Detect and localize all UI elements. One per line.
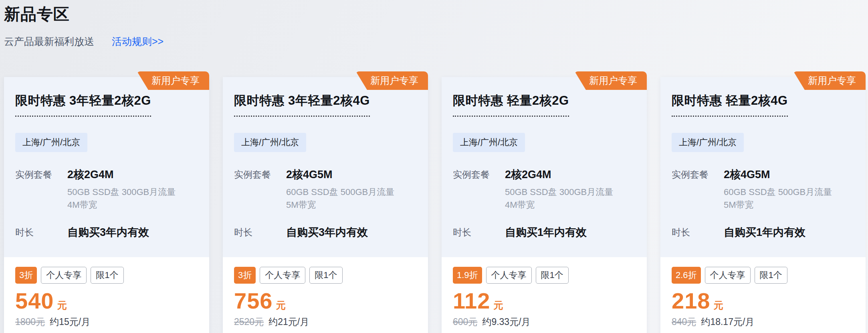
limit-one-tag: 限1个 (755, 267, 787, 284)
new-user-badge: 新用户专享 (356, 71, 428, 90)
product-card[interactable]: 新用户专享 限时特惠 轻量2核2G 上海/广州/北京 实例套餐 2核2G4M 5… (442, 77, 647, 333)
region-tag: 上海/广州/北京 (453, 133, 525, 152)
plan-value: 2核2G4M (67, 167, 176, 182)
plan-row: 实例套餐 2核2G4M 50GB SSD盘 300GB月流量 4M带宽 (15, 167, 198, 211)
region-tag: 上海/广州/北京 (672, 133, 744, 152)
card-title: 限时特惠 轻量2核2G (453, 92, 569, 117)
plan-detail: 2核4G5M 60GB SSD盘 500GB月流量 5M带宽 (286, 167, 394, 211)
per-month-price: 约9.33元/月 (482, 316, 530, 328)
card-title: 限时特惠 3年轻量2核2G (15, 92, 151, 117)
price-row: 112 元 (453, 288, 636, 313)
card-title: 限时特惠 轻量2核4G (672, 92, 788, 117)
price-row: 756 元 (234, 288, 417, 313)
duration-value: 自购买3年内有效 (67, 225, 149, 240)
plan-label: 实例套餐 (672, 167, 724, 211)
product-card[interactable]: 新用户专享 限时特惠 3年轻量2核4G 上海/广州/北京 实例套餐 2核4G5M… (223, 77, 428, 333)
limit-one-tag: 限1个 (536, 267, 569, 284)
duration-row: 时长 自购买1年内有效 (453, 225, 636, 240)
plan-value: 2核2G4M (505, 167, 613, 182)
original-price: 2520元 (234, 316, 264, 328)
card-pricing-section: 3折 个人专享 限1个 540 元 1800元 约15元/月 (4, 257, 209, 333)
price-value: 112 (453, 288, 490, 313)
duration-value: 自购买3年内有效 (286, 225, 368, 240)
plan-row: 实例套餐 2核2G4M 50GB SSD盘 300GB月流量 4M带宽 (453, 167, 636, 211)
plan-value: 2核4G5M (286, 167, 394, 182)
card-grid: 新用户专享 限时特惠 3年轻量2核2G 上海/广州/北京 实例套餐 2核2G4M… (4, 77, 866, 333)
plan-description: 60GB SSD盘 500GB月流量 5M带宽 (286, 186, 394, 211)
price-unit: 元 (493, 299, 503, 312)
product-card[interactable]: 新用户专享 限时特惠 轻量2核4G 上海/广州/北京 实例套餐 2核4G5M 6… (660, 77, 866, 333)
old-price-row: 1800元 约15元/月 (15, 316, 198, 328)
plan-description: 60GB SSD盘 500GB月流量 5M带宽 (724, 186, 832, 211)
per-month-price: 约18.17元/月 (701, 316, 754, 328)
duration-row: 时长 自购买1年内有效 (672, 225, 854, 240)
region-tag: 上海/广州/北京 (234, 133, 306, 152)
duration-value: 自购买1年内有效 (505, 225, 587, 240)
card-info-section: 限时特惠 3年轻量2核2G 上海/广州/北京 实例套餐 2核2G4M 50GB … (4, 77, 209, 257)
personal-only-tag: 个人专享 (260, 267, 305, 284)
personal-only-tag: 个人专享 (486, 267, 532, 284)
limit-one-tag: 限1个 (91, 267, 123, 284)
discount-badge: 3折 (234, 267, 256, 284)
duration-label: 时长 (672, 225, 724, 240)
card-pricing-section: 1.9折 个人专享 限1个 112 元 600元 约9.33元/月 (442, 257, 647, 333)
badge-row: 1.9折 个人专享 限1个 (453, 267, 636, 284)
plan-desc-line2: 5M带宽 (286, 199, 394, 211)
old-price-row: 840元 约18.17元/月 (672, 316, 854, 328)
original-price: 600元 (453, 316, 477, 328)
subtitle: 云产品最新福利放送 (4, 35, 94, 48)
price-unit: 元 (57, 299, 67, 312)
limit-one-tag: 限1个 (309, 267, 342, 284)
region-tag: 上海/广州/北京 (15, 133, 87, 152)
plan-desc-line1: 50GB SSD盘 300GB月流量 (67, 186, 176, 199)
original-price: 840元 (672, 316, 696, 328)
per-month-price: 约15元/月 (50, 316, 90, 328)
discount-badge: 2.6折 (672, 267, 701, 284)
price-unit: 元 (713, 299, 723, 312)
plan-desc-line1: 60GB SSD盘 500GB月流量 (286, 186, 394, 199)
plan-desc-line1: 50GB SSD盘 300GB月流量 (505, 186, 613, 199)
discount-badge: 3折 (15, 267, 37, 284)
price-row: 540 元 (15, 288, 198, 313)
new-user-badge: 新用户专享 (793, 71, 866, 90)
price-unit: 元 (276, 299, 285, 312)
plan-desc-line2: 5M带宽 (724, 199, 832, 211)
price-value: 540 (15, 288, 54, 313)
duration-label: 时长 (453, 225, 505, 240)
page-title: 新品专区 (4, 3, 868, 25)
badge-row: 3折 个人专享 限1个 (234, 267, 417, 284)
original-price: 1800元 (15, 316, 45, 328)
plan-desc-line2: 4M带宽 (67, 199, 176, 211)
personal-only-tag: 个人专享 (41, 267, 87, 284)
plan-row: 实例套餐 2核4G5M 60GB SSD盘 500GB月流量 5M带宽 (672, 167, 854, 211)
duration-label: 时长 (15, 225, 67, 240)
personal-only-tag: 个人专享 (705, 267, 751, 284)
card-info-section: 限时特惠 轻量2核4G 上海/广州/北京 实例套餐 2核4G5M 60GB SS… (660, 77, 866, 257)
plan-label: 实例套餐 (453, 167, 505, 211)
plan-label: 实例套餐 (234, 167, 286, 211)
badge-row: 2.6折 个人专享 限1个 (672, 267, 854, 284)
price-row: 218 元 (672, 288, 854, 313)
activity-rules-link[interactable]: 活动规则>> (112, 35, 164, 48)
card-title: 限时特惠 3年轻量2核4G (234, 92, 370, 117)
badge-row: 3折 个人专享 限1个 (15, 267, 198, 284)
price-value: 218 (672, 288, 710, 313)
plan-detail: 2核4G5M 60GB SSD盘 500GB月流量 5M带宽 (724, 167, 832, 211)
duration-row: 时长 自购买3年内有效 (234, 225, 417, 240)
discount-badge: 1.9折 (453, 267, 482, 284)
plan-desc-line1: 60GB SSD盘 500GB月流量 (724, 186, 832, 199)
plan-label: 实例套餐 (15, 167, 67, 211)
duration-label: 时长 (234, 225, 286, 240)
new-user-badge: 新用户专享 (137, 71, 209, 90)
product-card[interactable]: 新用户专享 限时特惠 3年轻量2核2G 上海/广州/北京 实例套餐 2核2G4M… (4, 77, 209, 333)
section-header: 新品专区 云产品最新福利放送 活动规则>> (0, 0, 868, 48)
plan-desc-line2: 4M带宽 (505, 199, 613, 211)
card-info-section: 限时特惠 轻量2核2G 上海/广州/北京 实例套餐 2核2G4M 50GB SS… (442, 77, 647, 257)
old-price-row: 600元 约9.33元/月 (453, 316, 636, 328)
per-month-price: 约21元/月 (268, 316, 309, 328)
card-pricing-section: 3折 个人专享 限1个 756 元 2520元 约21元/月 (223, 257, 428, 333)
duration-row: 时长 自购买3年内有效 (15, 225, 198, 240)
plan-value: 2核4G5M (724, 167, 832, 182)
old-price-row: 2520元 约21元/月 (234, 316, 417, 328)
card-pricing-section: 2.6折 个人专享 限1个 218 元 840元 约18.17元/月 (660, 257, 866, 333)
